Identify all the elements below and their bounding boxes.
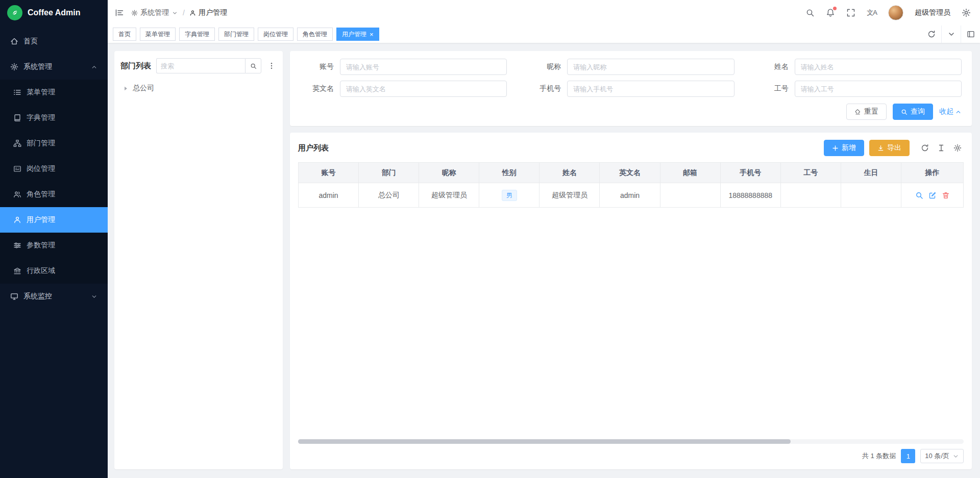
add-user-button[interactable]: 新增 — [824, 140, 864, 156]
tree-node-head-office[interactable]: 总公司 — [120, 81, 277, 96]
scrollbar-thumb[interactable] — [298, 439, 791, 444]
tab-label: 首页 — [118, 30, 131, 39]
department-search-group — [156, 58, 261, 73]
gear-icon — [10, 63, 18, 71]
breadcrumb-label: 用户管理 — [199, 8, 227, 17]
cell-operations — [901, 183, 964, 208]
view-user-button[interactable] — [915, 191, 923, 199]
eraser-icon — [854, 109, 861, 115]
sidebar-item-administrative-region[interactable]: 行政区域 — [0, 258, 108, 284]
name-input[interactable] — [795, 59, 962, 75]
nickname-input[interactable] — [567, 59, 734, 75]
sidebar-item-department-management[interactable]: 部门管理 — [0, 131, 108, 156]
app-root: Coffee Admin 首页 系统管理 — [0, 0, 980, 478]
global-search-button[interactable] — [805, 8, 815, 17]
user-table: 账号 部门 昵称 性别 姓名 英文名 邮箱 手机号 工号 生日 — [298, 162, 964, 208]
sidebar-item-label: 首页 — [23, 37, 38, 46]
user-table-title: 用户列表 — [298, 143, 329, 153]
translate-icon: 文A — [867, 8, 877, 17]
column-header-account: 账号 — [299, 163, 359, 183]
sidebar-item-parameter-management[interactable]: 参数管理 — [0, 233, 108, 258]
tab-options-button[interactable] — [941, 26, 961, 43]
sidebar-item-system-monitor[interactable]: 系统监控 — [0, 284, 108, 309]
notification-button[interactable] — [826, 8, 835, 17]
department-search-input[interactable] — [156, 58, 245, 73]
department-more-button[interactable] — [266, 62, 277, 70]
collapse-link[interactable]: 收起 — [939, 107, 962, 116]
refresh-tab-button[interactable] — [922, 26, 941, 43]
system-management-submenu: 菜单管理 字典管理 部门管理 — [0, 80, 108, 284]
column-settings-button[interactable] — [951, 142, 964, 154]
sidebar-item-system-management[interactable]: 系统管理 — [0, 54, 108, 80]
field-label: 昵称 — [527, 62, 567, 71]
view-icon — [915, 191, 923, 199]
tab-menu-management[interactable]: 菜单管理 — [140, 28, 176, 41]
ellipsis-vertical-icon — [267, 62, 276, 70]
field-nickname: 昵称 — [527, 59, 734, 75]
app-title: Coffee Admin — [28, 8, 80, 17]
fullscreen-icon — [846, 8, 855, 17]
export-button[interactable]: 导出 — [869, 140, 910, 156]
layout-toggle-button[interactable] — [961, 26, 980, 43]
reset-button[interactable]: 重置 — [846, 104, 887, 120]
caret-right-icon[interactable] — [122, 85, 129, 92]
translate-button[interactable]: 文A — [867, 8, 877, 17]
tab-dictionary-management[interactable]: 字典管理 — [179, 28, 215, 41]
sidebar-menu: 首页 系统管理 菜单管理 — [0, 26, 108, 478]
tab-department-management[interactable]: 部门管理 — [218, 28, 254, 41]
avatar[interactable] — [888, 5, 903, 20]
tab-label: 角色管理 — [303, 30, 327, 39]
gear-icon — [953, 144, 962, 152]
app-logo[interactable]: Coffee Admin — [0, 0, 108, 26]
tab-role-management[interactable]: 角色管理 — [297, 28, 333, 41]
column-header-department: 部门 — [359, 163, 419, 183]
page-number-button[interactable]: 1 — [901, 449, 915, 463]
table-refresh-button[interactable] — [919, 142, 931, 154]
pagination-total: 共 1 条数据 — [862, 451, 896, 461]
field-name: 姓名 — [755, 59, 962, 75]
sidebar-item-post-management[interactable]: 岗位管理 — [0, 156, 108, 182]
tab-label: 用户管理 — [342, 30, 366, 39]
column-header-birthday: 生日 — [841, 163, 901, 183]
home-icon — [10, 37, 18, 45]
column-header-work-no: 工号 — [780, 163, 841, 183]
sidebar-item-label: 菜单管理 — [27, 88, 55, 97]
tree-node-label: 总公司 — [133, 84, 154, 93]
sidebar-item-label: 用户管理 — [27, 215, 55, 224]
account-input[interactable] — [340, 59, 507, 75]
close-icon[interactable]: × — [370, 31, 374, 38]
breadcrumb-system-management[interactable]: 系统管理 — [131, 8, 178, 17]
page-size-select[interactable]: 10 条/页 — [920, 449, 964, 463]
english-name-input[interactable] — [340, 81, 507, 97]
sidebar-item-user-management[interactable]: 用户管理 — [0, 207, 108, 233]
search-icon — [901, 109, 908, 115]
chevron-down-icon — [947, 30, 955, 38]
settings-button[interactable] — [962, 8, 971, 17]
layout-icon — [967, 30, 975, 38]
phone-input[interactable] — [567, 81, 734, 97]
work-no-input[interactable] — [795, 81, 962, 97]
current-user-name[interactable]: 超级管理员 — [915, 8, 950, 17]
tab-user-management[interactable]: 用户管理 × — [336, 28, 379, 41]
fullscreen-button[interactable] — [846, 8, 855, 17]
tab-home[interactable]: 首页 — [113, 28, 136, 41]
sidebar-fold-button[interactable] — [115, 8, 124, 17]
notification-badge — [833, 7, 837, 10]
query-button[interactable]: 查询 — [893, 104, 933, 120]
right-column: 账号 昵称 姓名 英文名 — [290, 51, 972, 469]
sidebar-item-menu-management[interactable]: 菜单管理 — [0, 80, 108, 105]
edit-user-button[interactable] — [928, 191, 937, 199]
sidebar-item-home[interactable]: 首页 — [0, 29, 108, 54]
cell-nickname: 超级管理员 — [419, 183, 479, 208]
tab-post-management[interactable]: 岗位管理 — [258, 28, 293, 41]
department-search-button[interactable] — [245, 58, 261, 73]
row-density-button[interactable] — [935, 142, 947, 154]
sidebar-item-role-management[interactable]: 角色管理 — [0, 182, 108, 207]
cell-work-no — [780, 183, 841, 208]
sidebar-item-dictionary-management[interactable]: 字典管理 — [0, 105, 108, 131]
department-tree: 总公司 — [120, 81, 277, 96]
download-icon — [877, 145, 884, 152]
delete-user-button[interactable] — [942, 191, 950, 199]
breadcrumb-user-management[interactable]: 用户管理 — [189, 8, 227, 17]
column-header-email: 邮箱 — [660, 163, 720, 183]
